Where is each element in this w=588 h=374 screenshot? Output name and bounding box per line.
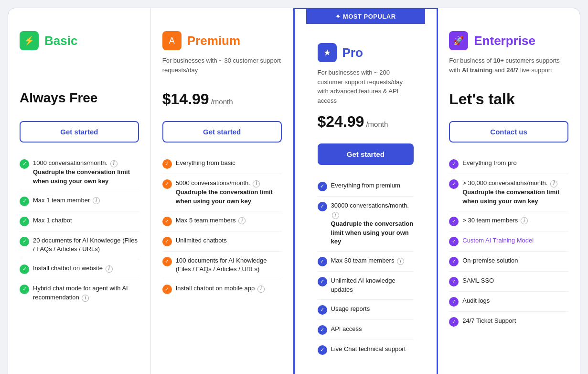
features-list-premium: ✓Everything from basic✓5000 conversation… (162, 154, 282, 299)
check-icon: ✓ (318, 202, 327, 211)
info-icon[interactable]: i (521, 217, 528, 224)
feature-text: On-premise solution (462, 256, 518, 265)
check-icon: ✓ (162, 257, 172, 266)
price-amount: $14.99 (162, 90, 209, 108)
feature-text: Usage reports (331, 305, 370, 314)
check-icon: ✓ (449, 257, 459, 266)
feature-item: ✓Everything from basic (162, 154, 282, 174)
feature-text: API access (331, 325, 362, 334)
plan-price-pro: $24.99/month (318, 113, 414, 136)
feature-item: ✓Max 1 team member i (20, 191, 139, 211)
plan-header-premium: APremium (162, 31, 282, 50)
feature-text: Audit logs (462, 297, 490, 306)
feature-item: ✓30000 conversations/month. iQuadruple t… (318, 197, 414, 252)
info-icon[interactable]: i (257, 286, 265, 293)
features-list-enterprise: ✓Everything from pro✓> 30,000 conversati… (449, 154, 568, 331)
check-icon: ✓ (20, 285, 29, 294)
feature-text: 100 documents for AI Knowledge (Files / … (176, 256, 282, 275)
check-icon: ✓ (20, 237, 29, 246)
feature-text: Max 5 team members i (176, 216, 246, 225)
feature-text: Everything from premium (331, 181, 400, 190)
feature-text: Custom AI Training Model (462, 236, 534, 245)
price-amount: $24.99 (318, 113, 364, 131)
info-icon[interactable]: i (93, 197, 100, 204)
info-icon[interactable]: i (110, 160, 118, 167)
cta-button-basic[interactable]: Get started (20, 121, 139, 143)
feature-item: ✓100 documents for AI Knowledge (Files /… (162, 252, 282, 280)
feature-item: ✓> 30 team members i (449, 211, 568, 231)
feature-text: 1000 conversations/month. iQuadruple the… (33, 159, 139, 186)
plan-name-basic: Basic (44, 33, 77, 48)
info-icon[interactable]: i (106, 265, 113, 273)
check-icon: ✓ (162, 217, 172, 226)
check-icon: ✓ (318, 182, 327, 191)
cta-button-enterprise[interactable]: Contact us (449, 121, 568, 143)
feature-item: ✓20 documents for AI Knowledge (Files / … (20, 231, 139, 260)
feature-item: ✓Hybrid chat mode for agent with AI reco… (20, 279, 139, 307)
feature-text: Max 1 team member i (33, 196, 100, 205)
plan-description-basic (20, 56, 139, 83)
price-period: /month (211, 98, 233, 106)
feature-item: ✓Max 5 team members i (162, 211, 282, 231)
plan-description-pro: For businesses with ~ 200 customer suppo… (318, 68, 414, 105)
feature-text: Unlimited chatbots (176, 236, 227, 245)
feature-item: ✓Live Chat technical support (318, 340, 414, 360)
feature-item: ✓Unlimited AI knowledge updates (318, 272, 414, 300)
feature-item: ✓24/7 Ticket Support (449, 312, 568, 331)
pro-plan-icon: ★ (318, 43, 337, 62)
feature-text: Hybrid chat mode for agent with AI recom… (33, 284, 139, 302)
plan-price-basic: Always Free (20, 90, 139, 113)
check-icon: ✓ (449, 159, 459, 169)
feature-text: > 30 team members i (462, 216, 528, 225)
check-icon: ✓ (449, 277, 459, 286)
feature-text: SAML SSO (462, 276, 494, 286)
cta-button-pro[interactable]: Get started (318, 143, 414, 165)
feature-item: ✓Max 30 team members i (318, 252, 414, 272)
feature-item: ✓Custom AI Training Model (449, 231, 568, 252)
check-icon: ✓ (318, 325, 327, 335)
feature-text: Install chatbot on mobile app i (176, 284, 265, 293)
most-popular-badge: ✦ MOST POPULAR (306, 9, 426, 24)
info-icon[interactable]: i (397, 258, 404, 265)
plan-description-enterprise: For business of 10+ customers supports w… (449, 56, 568, 83)
plan-price-enterprise: Let's talk (449, 90, 568, 113)
features-list-pro: ✓Everything from premium✓30000 conversat… (318, 176, 414, 360)
feature-text: Install chatbot on website i (33, 264, 113, 273)
info-icon[interactable]: i (82, 295, 89, 302)
check-icon: ✓ (20, 217, 29, 226)
pricing-table: ⚡BasicAlways FreeGet started✓1000 conver… (8, 8, 580, 374)
enterprise-plan-icon: 🚀 (449, 31, 468, 50)
feature-text: > 30,000 conversations/month. iQuadruple… (462, 179, 568, 206)
info-icon[interactable]: i (550, 180, 557, 187)
premium-plan-icon: A (162, 31, 182, 50)
check-icon: ✓ (449, 317, 459, 327)
feature-item: ✓Max 1 chatbot (20, 211, 139, 231)
feature-item: ✓Install chatbot on mobile app i (162, 279, 282, 299)
feature-text: Unlimited AI knowledge updates (331, 276, 414, 295)
check-icon: ✓ (20, 197, 29, 206)
feature-item: ✓Usage reports (318, 300, 414, 320)
check-icon: ✓ (449, 179, 459, 189)
cta-button-premium[interactable]: Get started (162, 121, 282, 143)
info-icon[interactable]: i (238, 217, 246, 224)
plan-name-enterprise: Enterprise (474, 33, 535, 48)
check-icon: ✓ (162, 237, 172, 246)
info-icon[interactable]: i (253, 180, 260, 187)
plan-description-premium: For businesses with ~ 30 customer suppor… (162, 56, 282, 83)
feature-text: Max 30 team members i (331, 256, 405, 265)
feature-item: ✓> 30,000 conversations/month. iQuadrupl… (449, 174, 568, 211)
info-icon[interactable]: i (332, 212, 339, 219)
check-icon: ✓ (318, 277, 327, 286)
basic-plan-icon: ⚡ (20, 31, 39, 50)
plan-col-pro: ✦ MOST POPULAR★ProFor businesses with ~ … (293, 8, 438, 374)
custom-ai-link[interactable]: Custom AI Training Model (462, 237, 534, 244)
feature-item: ✓Audit logs (449, 292, 568, 312)
plan-col-enterprise: 🚀EnterpriseFor business of 10+ customers… (438, 8, 580, 374)
check-icon: ✓ (20, 159, 29, 169)
feature-text: 20 documents for AI Knowledge (Files / F… (33, 236, 139, 254)
plan-price-premium: $14.99/month (162, 90, 282, 113)
feature-text: Everything from basic (176, 159, 235, 168)
plan-header-basic: ⚡Basic (20, 31, 139, 50)
feature-text: 24/7 Ticket Support (462, 317, 516, 326)
feature-item: ✓5000 conversations/month. iQuadruple th… (162, 174, 282, 211)
